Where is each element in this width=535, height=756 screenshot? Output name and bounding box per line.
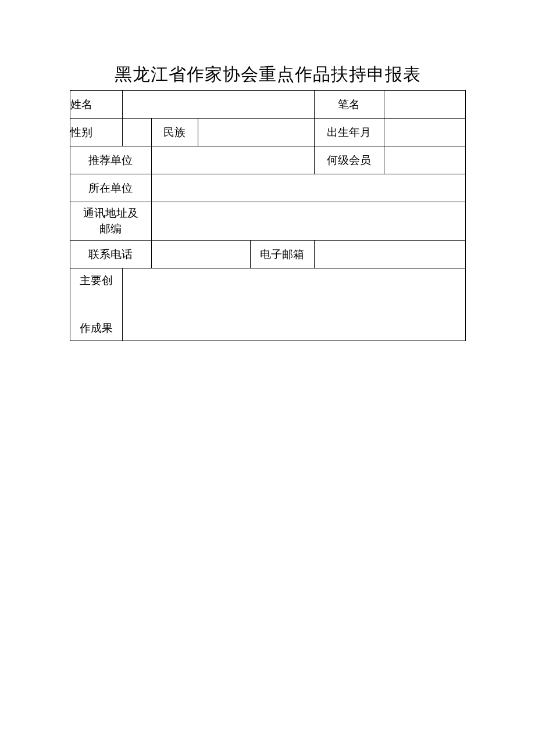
gender-label: 性别 bbox=[70, 119, 122, 146]
page-title: 黑龙江省作家协会重点作品扶持申报表 bbox=[0, 63, 535, 87]
gender-value[interactable] bbox=[122, 119, 151, 146]
affiliation-value[interactable] bbox=[151, 174, 465, 202]
achievements-label: 主要创 作成果 bbox=[70, 268, 122, 341]
ethnicity-label: 民族 bbox=[151, 119, 198, 146]
application-form-table: 姓名 笔名 性别 民族 出生年月 推荐单位 何级会员 所在单位 通讯地址及 邮编 bbox=[70, 90, 466, 341]
penname-label: 笔名 bbox=[314, 91, 384, 119]
ethnicity-value[interactable] bbox=[198, 119, 314, 146]
recommender-label: 推荐单位 bbox=[70, 146, 151, 174]
birth-value[interactable] bbox=[384, 119, 465, 146]
birth-label: 出生年月 bbox=[314, 119, 384, 146]
address-label: 通讯地址及 邮编 bbox=[70, 202, 151, 241]
address-value[interactable] bbox=[151, 202, 465, 241]
phone-value[interactable] bbox=[151, 241, 250, 268]
phone-label: 联系电话 bbox=[70, 241, 151, 268]
affiliation-label: 所在单位 bbox=[70, 174, 151, 202]
member-level-value[interactable] bbox=[384, 146, 465, 174]
recommender-value[interactable] bbox=[151, 146, 314, 174]
name-value[interactable] bbox=[122, 91, 314, 119]
achievements-value[interactable] bbox=[122, 268, 465, 341]
name-label: 姓名 bbox=[70, 91, 122, 119]
member-level-label: 何级会员 bbox=[314, 146, 384, 174]
email-label: 电子邮箱 bbox=[250, 241, 314, 268]
email-value[interactable] bbox=[314, 241, 465, 268]
penname-value[interactable] bbox=[384, 91, 465, 119]
